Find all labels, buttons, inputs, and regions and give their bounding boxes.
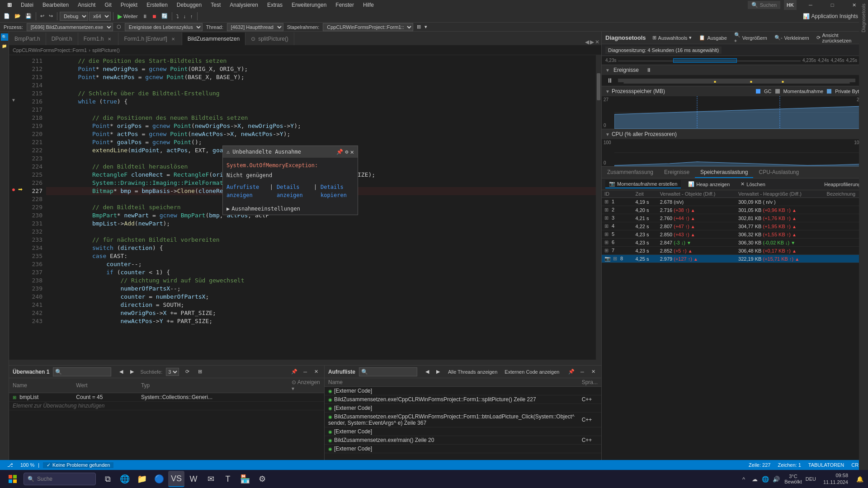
mem-row-0[interactable]: ⊞ 1 4,19 s 2.678 (n/v) 300,09 KB ( n/v ) [602,198,868,206]
fold-arrow-216[interactable]: ▼ [9,96,18,104]
bp-227[interactable]: ● [9,185,18,193]
menu-fenster[interactable]: Fenster [332,1,358,9]
tb-step-out[interactable]: ↑ [189,11,195,21]
tb-app-mail[interactable]: ✉ [203,471,219,487]
sidebar-icon-1[interactable]: 🔍 [1,33,8,41]
watch-search-input[interactable] [64,369,109,375]
heap-btn[interactable]: 📊 Heap anzeigen [684,180,733,188]
bc-class[interactable]: CppCLRWinFormsProject::Form1 [13,47,87,53]
status-no-problems[interactable]: ✓ Keine Probleme gefunden [43,462,113,468]
menu-debuggen[interactable]: Debuggen [173,1,205,9]
snapshot-btn[interactable]: 📷 Momentaufnahme erstellen [605,180,681,188]
tb-pause[interactable]: ⏸ [141,11,149,21]
status-branch[interactable]: ⎇ [4,460,17,470]
tb-redo[interactable]: ↪ [47,11,55,21]
code-lines[interactable]: // die Position des Start-Bildteils setz… [46,55,596,360]
tl-bar-area[interactable] [618,57,801,64]
watch-prev[interactable]: ◀ [117,367,126,376]
watch-refresh[interactable]: ⟳ [183,367,192,376]
callstack-close[interactable]: ✕ [589,367,598,376]
exc-expand-settings[interactable]: ▶ Ausnahmeeinstellungen [223,203,358,215]
tray-cloud[interactable]: ☁ [750,474,759,483]
tab-bildzusammen[interactable]: BildZusammensetzen [182,33,245,45]
run-button[interactable]: ▶ Weiter [116,11,140,21]
diag-zoom-in-btn[interactable]: 🔍+ Vergrößern [731,31,770,44]
mem-row-2[interactable]: ⊞ 3 4,21 s 2.760 (+44 ↑) ▲ 302,81 KB (+1… [602,214,868,222]
platform-select[interactable]: x64 [89,12,111,21]
watch-close[interactable]: ✕ [311,367,321,376]
tb-app-settings[interactable]: ⚙ [254,471,270,487]
mem-row-3[interactable]: ⊞ 4 4,22 s 2.807 (+47 ↑) ▲ 304,77 KB (+1… [602,222,868,230]
watch-depth-select[interactable]: 3 [166,368,179,376]
tray-network[interactable]: 🌐 [761,474,770,483]
cs-row-0[interactable]: ◉[Externer Code] [325,387,601,395]
row-icon-btn-3[interactable]: ⊞ [604,223,609,229]
tb-save[interactable]: 💾 [24,11,33,21]
menu-ansicht[interactable]: Ansicht [74,1,99,9]
row-icon-btn-1[interactable]: ⊞ [604,207,609,212]
tb-undo[interactable]: ↩ [38,11,46,21]
tab-split-fn[interactable]: ⊙ splitPicture() [245,33,294,45]
row-icon-btn-6[interactable]: ⊞ [604,248,609,253]
menu-hilfe[interactable]: Hilfe [359,1,377,9]
callstack-minimize[interactable]: ─ [578,367,587,376]
tab-bmppart[interactable]: BmpPart.h [9,33,46,45]
diag-tab-summary[interactable]: Zusammenfassung [602,167,659,178]
mem-row-5[interactable]: ⊞ 6 4,23 s 2.847 (-3 ↓) ▼ 306,30 KB (-0,… [602,239,868,247]
tb-app-teams[interactable]: T [220,471,236,487]
tb-open[interactable]: 📂 [13,11,23,21]
menu-test[interactable]: Test [207,1,224,9]
tab-form1h-design[interactable]: Form1.h [Entwurf] ✕ [118,33,182,45]
lang-indicator[interactable]: DEU [806,476,816,482]
cs-row-2[interactable]: ◉[Externer Code] [325,404,601,413]
tab-new[interactable]: ✕ [595,39,599,45]
events-header[interactable]: ▼ Ereignisse ⏸ [602,65,868,75]
diag-vert-tab[interactable]: Diagnosetools [860,2,867,34]
exc-pin[interactable]: 📌 [336,148,343,156]
row-icon-btn-7[interactable]: ⊞ [613,256,617,261]
process-select[interactable]: [5696] BildZusammensetzen.exe [27,23,113,31]
watch-search-box[interactable]: 🔍 [53,367,111,376]
lifecycle-select[interactable]: Ereignisse des Lebenszyklus [125,23,203,31]
cs-row-1[interactable]: ◉BildZusammensetzen.exe!CppCLRWinFormsPr… [325,395,601,404]
watch-pin[interactable]: 📌 [290,367,299,376]
row-icon-btn-0[interactable]: ⊞ [604,199,609,204]
search-bar[interactable]: 🔍 Suchen [748,1,780,9]
tab-dpoint[interactable]: DPoint.h [46,33,78,45]
callstack-next[interactable]: ▶ [434,367,443,376]
callstack-pin[interactable]: 📌 [567,367,576,376]
watch-minimize[interactable]: ─ [301,367,310,376]
callstack-search-box[interactable]: 🔍 [359,367,417,376]
tb-app-store[interactable]: 🏪 [237,471,253,487]
tb-app-explorer[interactable]: 📁 [134,471,150,487]
tray-volume[interactable]: 🔊 [772,474,781,483]
events-play-btn[interactable]: ⏸ [605,76,614,85]
diag-reset-btn[interactable]: ⟳ Ansicht zurücksetzen [814,32,859,44]
cs-row-4[interactable]: ◉[Externer Code] [325,427,601,436]
ext-code-btn[interactable]: Externen Code anzeigen [503,367,561,376]
cs-row-6[interactable]: ◉[Externer Code] [325,445,601,453]
events-pause-btn[interactable]: ⏸ [646,67,651,73]
debug-config-select[interactable]: Debug [60,12,88,21]
tb-stop[interactable]: ⏹ [150,11,159,21]
exc-link-callstack[interactable]: Aufrufiste anzeigen [226,183,266,199]
cs-row-5[interactable]: ◉BildZusammensetzen.exe!main() Zeile 20 … [325,436,601,445]
diag-zoom-out-btn[interactable]: 🔍- Verkleinern [772,34,812,42]
mem-row-7[interactable]: 📷 ⊞ 8 4,25 s 2.979 (+127 ↑) ▲ 322,19 KB … [602,255,868,263]
menu-erweiterungen[interactable]: Erweiterungen [288,1,330,9]
tray-chevron[interactable]: ^ [739,474,748,483]
editor-scrollbar-v[interactable] [596,55,601,360]
mem-row-6[interactable]: ⊞ 7 4,23 s 2.852 (+5 ↑) ▲ 306,48 KB (+0,… [602,247,868,255]
tb-app-word[interactable]: W [185,471,202,487]
scrollbar-thumb[interactable] [597,73,600,100]
tab-scroll-right[interactable]: ▶ [590,39,594,45]
exc-close-button[interactable]: ✕ [350,148,354,156]
all-threads-btn[interactable]: Alle Threads anzeigen [446,367,499,376]
maximize-button[interactable]: □ [822,0,843,10]
watch-row-0[interactable]: ⊞ bmpList Count = 45 System::Collections… [9,393,324,402]
tab-form1h-close[interactable]: ✕ [106,36,113,42]
minimize-button[interactable]: ─ [800,0,821,10]
diag-output-btn[interactable]: 📋 Ausgabe [696,34,729,42]
menu-bearbeiten[interactable]: Bearbeiten [39,1,72,9]
menu-datei[interactable]: Datei [17,1,37,9]
